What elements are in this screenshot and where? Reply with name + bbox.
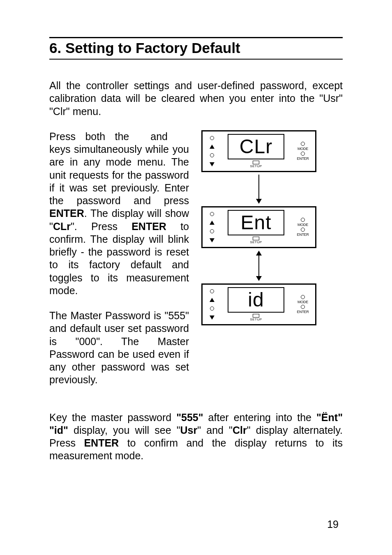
text: Press both the: [49, 131, 129, 142]
mode-label: MODE: [297, 300, 308, 304]
text-bold: ENTER: [131, 221, 166, 232]
section-heading-rule: 6. Setting to Factory Default: [49, 37, 343, 60]
enter-label: ENTER: [297, 310, 309, 314]
setup-icon: [253, 161, 259, 164]
led-icon: [301, 142, 305, 146]
arrow-double-icon: [256, 251, 262, 281]
led-icon: [210, 153, 214, 157]
paragraph-master-password: The Master Password is "555" and default…: [49, 309, 189, 387]
text-bold: Usr: [180, 424, 198, 436]
led-icon: [210, 306, 214, 311]
display-diagram: CLr SETUP MODE ENTER: [199, 130, 318, 325]
display-box-clr: CLr SETUP MODE ENTER: [201, 130, 316, 172]
paragraph-final: Key the master password "555" after ente…: [49, 411, 343, 463]
text-bold: Clr: [233, 424, 247, 436]
section-heading: 6. Setting to Factory Default: [49, 40, 343, 56]
setup-icon: [253, 237, 259, 240]
segment-display: CLr: [228, 134, 284, 159]
mode-label: MODE: [297, 147, 308, 151]
text: " and ": [197, 424, 233, 436]
paragraph-instructions: Press both theandkeys simultaneously whi…: [49, 130, 189, 297]
led-icon: [301, 295, 305, 299]
left-indicators: [206, 212, 218, 242]
segment-display: id: [228, 287, 284, 313]
text: display, you will see ": [68, 424, 180, 436]
left-indicators: [206, 289, 218, 320]
led-icon: [210, 136, 214, 140]
down-arrow-icon: [210, 162, 214, 166]
setup-label: SETUP: [250, 164, 262, 168]
led-icon: [210, 229, 214, 233]
led-icon: [210, 212, 214, 216]
up-arrow-icon: [210, 298, 214, 302]
setup-label: SETUP: [250, 240, 262, 244]
segment-display: Ent: [228, 210, 284, 235]
led-icon: [301, 152, 305, 156]
setup-icon: [253, 314, 259, 318]
left-indicators: [206, 136, 218, 166]
enter-label: ENTER: [297, 157, 309, 161]
led-icon: [301, 218, 305, 222]
display-box-ent: Ent SETUP MODE ENTER: [201, 206, 316, 248]
page-number: 19: [327, 518, 339, 530]
text-bold: CLr: [53, 221, 71, 232]
enter-label: ENTER: [297, 233, 309, 237]
arrow-down-icon: [256, 175, 262, 204]
mode-label: MODE: [297, 223, 308, 227]
led-icon: [210, 289, 214, 293]
up-arrow-icon: [210, 145, 214, 149]
led-icon: [301, 305, 305, 309]
text: ". Press: [71, 221, 131, 232]
text-bold: "555": [176, 412, 203, 423]
text: keys simultaneously while you are in any…: [49, 143, 189, 206]
up-arrow-icon: [210, 221, 214, 225]
text-bold: ENTER: [49, 207, 84, 219]
down-arrow-icon: [210, 238, 214, 242]
down-arrow-icon: [210, 315, 214, 320]
text-bold: ENTER: [84, 437, 119, 449]
setup-label: SETUP: [250, 318, 262, 321]
display-box-id: id SETUP MODE ENTER: [201, 283, 316, 325]
text: after entering into the: [203, 412, 316, 423]
text: and: [150, 131, 168, 142]
led-icon: [301, 228, 305, 232]
text: Key the master password: [49, 412, 176, 423]
paragraph-intro: All the controller settings and user-def…: [49, 79, 343, 118]
